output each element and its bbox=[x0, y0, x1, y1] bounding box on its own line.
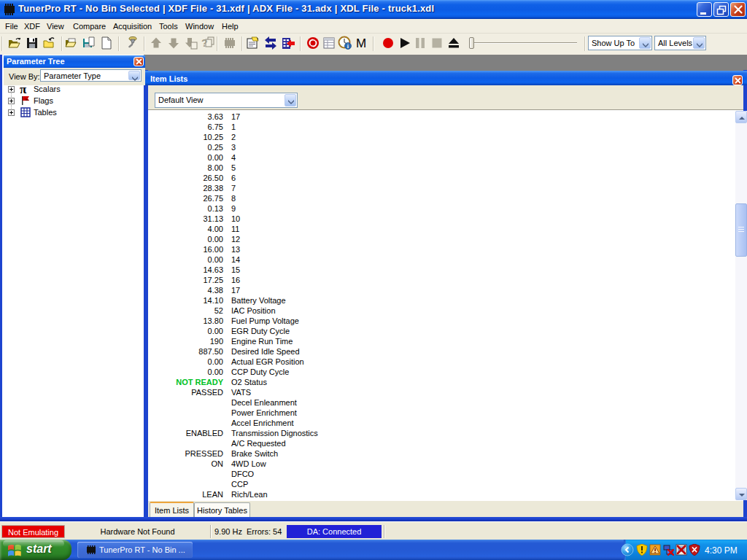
svg-text:M: M bbox=[356, 36, 366, 50]
svg-text:π: π bbox=[20, 83, 27, 95]
svg-text:?: ? bbox=[201, 37, 208, 49]
